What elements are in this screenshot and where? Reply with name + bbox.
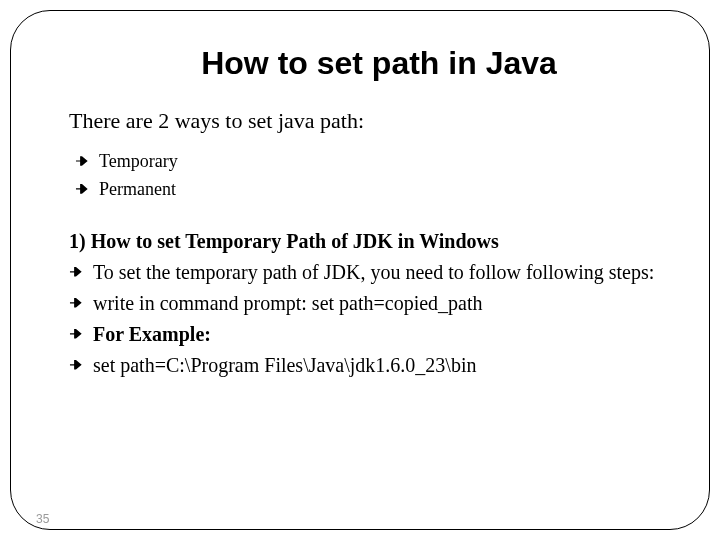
page-number: 35 (36, 512, 49, 526)
list-item: set path=C:\Program Files\Java\jdk1.6.0_… (69, 350, 659, 381)
list-item: write in command prompt: set path=copied… (69, 288, 659, 319)
slide-title: How to set path in Java (69, 45, 659, 82)
intro-text: There are 2 ways to set java path: (69, 108, 659, 134)
slide-frame: How to set path in Java There are 2 ways… (10, 10, 710, 530)
ways-list: Temporary Permanent (75, 148, 659, 204)
content-list: To set the temporary path of JDK, you ne… (69, 257, 659, 381)
section-heading: 1) How to set Temporary Path of JDK in W… (69, 230, 659, 253)
list-item: To set the temporary path of JDK, you ne… (69, 257, 659, 288)
list-item: For Example: (69, 319, 659, 350)
list-item: Permanent (75, 176, 659, 204)
list-item: Temporary (75, 148, 659, 176)
